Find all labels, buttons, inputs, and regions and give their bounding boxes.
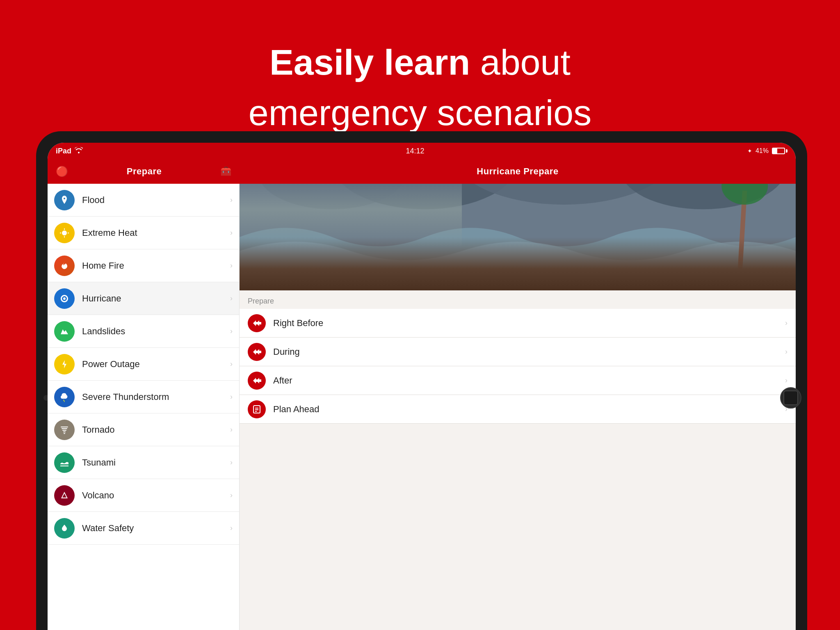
sidebar-item-label: Volcano: [82, 490, 230, 501]
svg-rect-19: [647, 288, 796, 290]
chevron-icon: ›: [230, 360, 233, 368]
extreme-heat-icon: [54, 223, 75, 243]
during-icon: [248, 343, 266, 361]
chevron-icon: ›: [230, 196, 233, 204]
chevron-icon: ›: [230, 228, 233, 237]
detail-item-label: Right Before: [273, 318, 785, 329]
chevron-icon: ›: [230, 327, 233, 336]
toolbox-icon[interactable]: 🧰: [220, 166, 231, 177]
battery-icon: [772, 148, 788, 154]
hero-normal: about: [470, 42, 571, 82]
detail-section: Prepare Right Before ›: [240, 290, 796, 630]
hurricane-image: [240, 184, 796, 290]
ipad-outer-shell: iPad 14:12 ✦ 41%: [36, 131, 807, 630]
status-left: iPad: [56, 147, 83, 155]
detail-item-label: Plan Ahead: [273, 404, 785, 415]
ipad-device: iPad 14:12 ✦ 41%: [36, 131, 807, 630]
sidebar-item-label: Extreme Heat: [82, 228, 230, 238]
chevron-icon: ›: [230, 393, 233, 401]
volcano-icon: [54, 485, 75, 506]
hurricane-icon: [54, 288, 75, 309]
coastline-svg: [240, 184, 796, 290]
power-outage-icon: [54, 354, 75, 374]
svg-point-14: [318, 285, 402, 290]
list-item[interactable]: Tsunami ›: [48, 446, 239, 479]
list-item[interactable]: Flood ›: [48, 184, 239, 217]
ipad-screen: iPad 14:12 ✦ 41%: [48, 143, 796, 630]
chevron-icon: ›: [785, 347, 788, 356]
svg-marker-29: [256, 349, 261, 355]
detail-item-after[interactable]: After ›: [240, 366, 796, 395]
sidebar-item-label: Power Outage: [82, 359, 230, 370]
battery-pct-label: 41%: [756, 147, 769, 155]
status-bar: iPad 14:12 ✦ 41%: [48, 143, 796, 159]
list-item[interactable]: Hurricane ›: [48, 282, 239, 315]
nav-bar-right: Hurricane Prepare: [240, 159, 796, 184]
water-safety-icon: [54, 518, 75, 539]
svg-point-17: [584, 281, 655, 290]
nav-right-title: Hurricane Prepare: [477, 166, 558, 177]
hero-bold: Easily learn: [269, 42, 470, 82]
svg-marker-31: [256, 378, 261, 383]
list-item[interactable]: Severe Thunderstorm ›: [48, 381, 239, 413]
sidebar-item-label: Tsunami: [82, 457, 230, 468]
main-content: Flood › Extreme Heat ›: [48, 184, 796, 630]
sidebar-item-label: Severe Thunderstorm: [82, 392, 230, 402]
svg-point-0: [62, 231, 67, 235]
tornado-icon: [54, 420, 75, 440]
chevron-icon: ›: [230, 425, 233, 434]
list-item[interactable]: Extreme Heat ›: [48, 217, 239, 249]
nav-left-title: Prepare: [127, 166, 162, 177]
sidebar-item-label: Water Safety: [82, 523, 230, 534]
chevron-icon: ›: [230, 458, 233, 467]
wifi-icon: [75, 147, 83, 155]
detail-item-plan-ahead[interactable]: Plan Ahead ›: [240, 395, 796, 424]
sidebar-item-label: Landslides: [82, 326, 230, 337]
detail-section-header: Prepare: [240, 290, 796, 309]
list-item[interactable]: Landslides ›: [48, 315, 239, 348]
sidebar-item-label: Tornado: [82, 425, 230, 435]
ipad-label: iPad: [56, 147, 71, 155]
detail-item-during[interactable]: During ›: [240, 338, 796, 366]
svg-point-16: [481, 281, 573, 290]
nav-bar: 🔴 Prepare 🧰 Hurricane Prepare: [48, 159, 796, 184]
home-button-inner: [783, 390, 798, 405]
list-item[interactable]: Water Safety ›: [48, 512, 239, 545]
hurricane-image-bg: [240, 184, 796, 290]
detail-item-label: After: [273, 375, 785, 386]
plan-ahead-icon: [248, 400, 266, 418]
svg-marker-27: [256, 320, 261, 326]
background: Easily learn about emergency scenarios i…: [0, 0, 840, 630]
flood-icon: [54, 190, 75, 210]
hero-line2: emergency scenarios: [0, 87, 840, 138]
chevron-icon: ›: [230, 491, 233, 500]
svg-point-18: [661, 281, 763, 290]
chevron-icon: ›: [230, 261, 233, 270]
detail-item-right-before[interactable]: Right Before ›: [240, 309, 796, 338]
list-item[interactable]: Home Fire ›: [48, 249, 239, 282]
svg-rect-12: [240, 283, 796, 290]
tsunami-icon: [54, 452, 75, 473]
svg-point-8: [258, 184, 406, 209]
sidebar-item-label: Hurricane: [82, 293, 230, 304]
status-time: 14:12: [406, 147, 424, 155]
hero-line1: Easily learn about: [0, 37, 840, 87]
flame-icon: 🔴: [56, 166, 68, 177]
sidebar-item-label: Flood: [82, 195, 230, 205]
after-icon: [248, 372, 266, 390]
home-fire-icon: [54, 256, 75, 276]
sidebar: Flood › Extreme Heat ›: [48, 184, 240, 630]
home-button[interactable]: [780, 387, 801, 409]
list-item[interactable]: Tornado ›: [48, 413, 239, 446]
severe-thunderstorm-icon: [54, 387, 75, 407]
chevron-icon: ›: [230, 524, 233, 532]
detail-item-label: During: [273, 347, 785, 357]
list-item[interactable]: Power Outage ›: [48, 348, 239, 381]
status-right: ✦ 41%: [747, 147, 788, 155]
nav-bar-left: 🔴 Prepare 🧰: [48, 159, 240, 184]
svg-point-15: [406, 278, 481, 290]
svg-point-13: [253, 283, 318, 290]
list-item[interactable]: Volcano ›: [48, 479, 239, 512]
bluetooth-icon: ✦: [747, 148, 752, 154]
chevron-icon: ›: [230, 294, 233, 303]
